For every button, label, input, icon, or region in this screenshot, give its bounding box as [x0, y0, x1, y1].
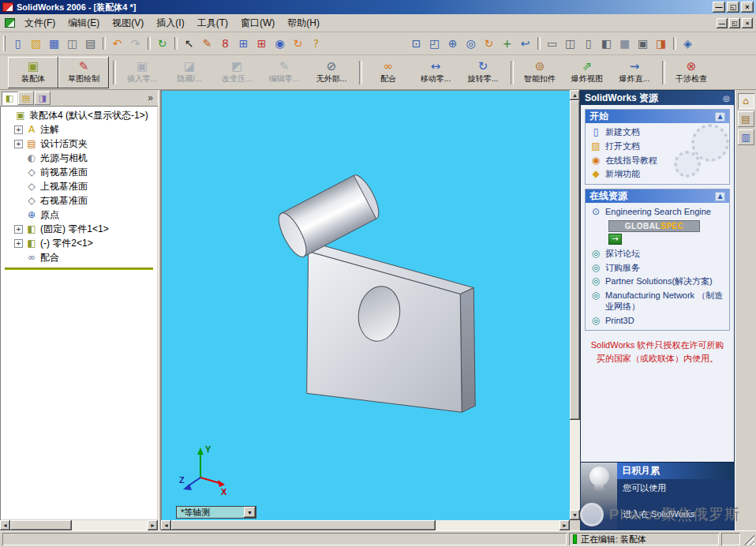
- zoom-selection-icon[interactable]: ◎: [462, 35, 480, 52]
- expand-box[interactable]: +: [14, 140, 23, 148]
- mdi-minimize-button[interactable]: —: [717, 18, 728, 28]
- resize-grip[interactable]: [743, 534, 754, 545]
- menu-item[interactable]: 工具(T): [191, 14, 234, 32]
- scrollbar-thumb[interactable]: [570, 100, 580, 420]
- feature-panel-hscrollbar[interactable]: ◄ ►: [0, 520, 158, 530]
- menu-item[interactable]: 文件(F): [18, 14, 62, 32]
- menu-item[interactable]: 编辑(E): [62, 14, 106, 32]
- sketch-toolbar-button[interactable]: ✎ 草图绘制: [58, 57, 109, 88]
- explode-line-button[interactable]: ⇝ 爆炸直...: [611, 57, 658, 88]
- pan-icon[interactable]: +: [498, 35, 516, 52]
- undo-icon[interactable]: ↶: [108, 35, 126, 52]
- exploded-view-button[interactable]: ⇗ 爆炸视图: [563, 57, 611, 88]
- redo-icon[interactable]: ↷: [126, 35, 144, 52]
- toolbar-grip[interactable]: [3, 36, 6, 51]
- snap-icon[interactable]: ⊞: [253, 35, 271, 52]
- discussion-forum-link[interactable]: ◎ 探讨论坛: [587, 247, 728, 261]
- rotate-view-icon[interactable]: ↻: [480, 35, 498, 52]
- section-icon[interactable]: ◨: [652, 35, 670, 52]
- globalspec-go-button[interactable]: →: [608, 234, 622, 245]
- solidworks-app-icon[interactable]: [2, 2, 13, 12]
- featuremanager-tab[interactable]: ◧: [2, 92, 17, 105]
- rebuild-icon[interactable]: ↻: [153, 35, 171, 52]
- dimension-icon[interactable]: 8: [216, 35, 234, 52]
- model-plate[interactable]: [307, 245, 476, 413]
- tree-item-part2[interactable]: + ◧ (-) 零件2<1>: [3, 236, 158, 250]
- mdi-close-button[interactable]: ×: [742, 18, 753, 28]
- print3d-link[interactable]: ◎ Print3D: [587, 314, 728, 328]
- scroll-right-icon[interactable]: ►: [560, 520, 570, 530]
- file-explorer-tab[interactable]: ▥: [738, 129, 754, 145]
- configurationmanager-tab[interactable]: ◨: [35, 92, 51, 105]
- expand-box[interactable]: +: [14, 126, 23, 134]
- mdi-restore-button[interactable]: ◱: [729, 18, 740, 28]
- scrollbar-thumb[interactable]: [10, 520, 72, 530]
- globalspec-logo[interactable]: GLOBALSPEC: [608, 220, 700, 232]
- edit-part-button[interactable]: ✎ 编辑零...: [260, 57, 308, 88]
- zoom-list-icon[interactable]: ◉: [271, 35, 289, 52]
- tree-item-right-plane[interactable]: ◇ 右视基准面: [3, 193, 158, 208]
- shaded-edges-icon[interactable]: ◧: [597, 35, 616, 52]
- assembly-toolbar-button[interactable]: ▣ 装配体: [8, 57, 58, 88]
- shadows-icon[interactable]: ▣: [634, 35, 652, 52]
- expand-box[interactable]: +: [14, 239, 23, 248]
- tree-item-mates[interactable]: ∞ 配合: [3, 250, 158, 264]
- collapse-icon[interactable]: ▲: [715, 112, 725, 122]
- viewport-vscrollbar[interactable]: ▲ ▼: [570, 90, 580, 520]
- previous-view-icon[interactable]: ↩: [516, 35, 534, 52]
- rollback-bar[interactable]: [5, 268, 153, 270]
- menu-item[interactable]: 插入(I): [150, 14, 190, 32]
- propertymanager-tab[interactable]: ▤: [18, 92, 34, 105]
- whats-new-link[interactable]: ◆ 新增功能: [587, 167, 728, 182]
- scrollbar-thumb[interactable]: [171, 520, 436, 530]
- print-icon[interactable]: ▤: [81, 35, 99, 52]
- pushpin-icon[interactable]: ◎: [723, 94, 730, 103]
- menu-item[interactable]: 窗口(W): [234, 14, 281, 32]
- collapse-icon[interactable]: ▲: [715, 192, 725, 201]
- scroll-left-icon[interactable]: ◄: [161, 520, 171, 530]
- close-button[interactable]: ×: [741, 2, 754, 13]
- online-section-header[interactable]: 在线资源 ▲: [586, 189, 729, 203]
- zoom-area-icon[interactable]: ◰: [425, 35, 443, 52]
- graphics-area[interactable]: Y X Z *等轴测 ▼: [161, 90, 570, 520]
- tree-item-part1[interactable]: + ◧ (固定) 零件1<1>: [3, 222, 158, 236]
- document-icon[interactable]: [5, 18, 15, 28]
- insert-component-button[interactable]: ▣ 插入零...: [118, 57, 166, 88]
- minimize-button[interactable]: —: [713, 2, 725, 13]
- engineering-search-link[interactable]: ⊙ Engineering Search Engine: [587, 205, 728, 219]
- help-icon[interactable]: ?: [307, 35, 325, 52]
- no-external-ref-button[interactable]: ⊘ 无外部...: [308, 57, 355, 88]
- scroll-down-icon[interactable]: ▼: [570, 510, 580, 520]
- mate-button[interactable]: ∞ 配合: [365, 57, 412, 88]
- hidden-lines-removed-icon[interactable]: ▯: [579, 35, 597, 52]
- scroll-left-icon[interactable]: ◄: [0, 520, 10, 530]
- manufacturing-network-link[interactable]: ◎ Manufacturing Network （制造业网络）: [587, 289, 728, 314]
- scroll-up-icon[interactable]: ▲: [570, 90, 580, 100]
- move-component-button[interactable]: ↔ 移动零...: [412, 57, 459, 88]
- view-orientation-combo[interactable]: *等轴测 ▼: [176, 506, 256, 519]
- new-document-link[interactable]: ▯ 新建文档: [587, 126, 728, 140]
- tree-item-origin[interactable]: ⊕ 原点: [3, 208, 158, 222]
- interference-button[interactable]: ⊗ 干涉检查: [668, 57, 715, 88]
- shaded-icon[interactable]: ■: [616, 35, 634, 52]
- rotate-component-button[interactable]: ↻ 旋转零...: [459, 57, 507, 88]
- hide-show-button[interactable]: ◪ 隐藏/...: [166, 57, 213, 88]
- tree-item-top-plane[interactable]: ◇ 上视基准面: [3, 179, 158, 193]
- start-section-header[interactable]: 开始 ▲: [586, 110, 729, 123]
- make-drawing-icon[interactable]: ◫: [63, 35, 81, 52]
- scroll-right-icon[interactable]: ►: [148, 520, 158, 530]
- hidden-lines-visible-icon[interactable]: ◫: [561, 35, 579, 52]
- expand-box[interactable]: +: [14, 225, 23, 234]
- new-document-icon[interactable]: ▯: [9, 35, 27, 52]
- subscription-link[interactable]: ◎ 订购服务: [587, 261, 728, 275]
- wireframe-icon[interactable]: ▭: [543, 35, 561, 52]
- tree-item-annotations[interactable]: + A 注解: [3, 122, 158, 137]
- grid-icon[interactable]: ⊞: [234, 35, 253, 52]
- dropdown-arrow-icon[interactable]: ▼: [244, 507, 256, 518]
- tree-root-assembly[interactable]: ▣ 装配体4 (默认<显示状态-1>): [3, 108, 158, 122]
- panel-overflow-chevron[interactable]: »: [144, 92, 156, 103]
- open-document-link[interactable]: ▨ 打开文档: [587, 140, 728, 154]
- partner-solutions-link[interactable]: ◎ Partner Solutions(解决方案): [587, 275, 728, 289]
- change-suppression-button[interactable]: ◩ 改变压...: [213, 57, 260, 88]
- tree-item-lights-cameras[interactable]: ◐ 光源与相机: [3, 151, 158, 165]
